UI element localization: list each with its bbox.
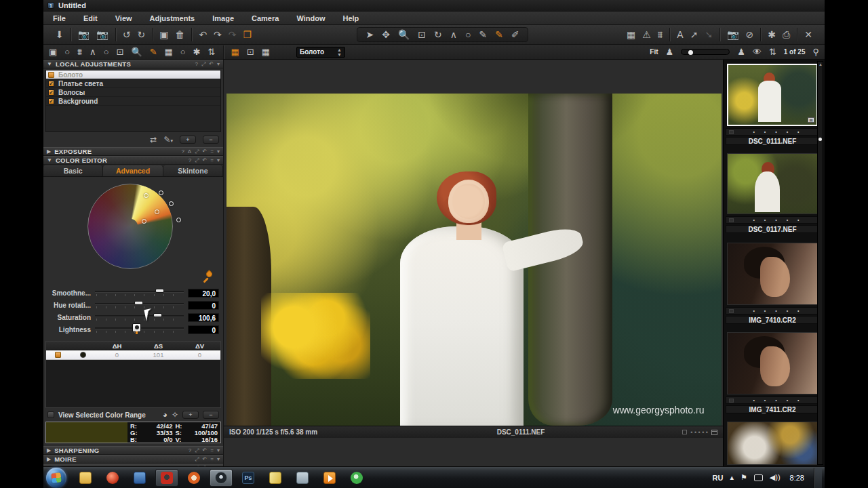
remove-layer-button[interactable]: − bbox=[203, 136, 219, 144]
print-icon[interactable]: ⎙ bbox=[783, 29, 790, 40]
no-process-icon[interactable]: ⊘ bbox=[746, 29, 754, 40]
thumbnail-next[interactable] bbox=[727, 422, 818, 465]
layer-checkbox[interactable]: ✓ bbox=[48, 81, 54, 87]
menu-adjustments[interactable]: Adjustments bbox=[150, 14, 195, 22]
smoothness-slider[interactable] bbox=[95, 288, 184, 298]
batch-tab-icon[interactable]: ⇅ bbox=[208, 47, 216, 57]
taskbar-capture-one[interactable] bbox=[210, 469, 233, 487]
panel-menu-icon[interactable]: ▾ bbox=[217, 148, 220, 155]
help-icon[interactable]: ? bbox=[189, 157, 191, 164]
export-icon[interactable]: ➚ bbox=[690, 29, 698, 40]
network-icon[interactable] bbox=[754, 474, 763, 481]
taskbar-app-gear[interactable] bbox=[182, 469, 205, 487]
action-center-icon[interactable]: ⚑ bbox=[741, 473, 747, 482]
straighten-tool-icon[interactable]: ∧ bbox=[450, 29, 457, 40]
saturation-slider[interactable] bbox=[95, 312, 184, 322]
library-tab-icon[interactable]: ▣ bbox=[49, 47, 57, 57]
erase-mask-tool-icon[interactable]: ✐ bbox=[511, 29, 519, 40]
taskbar-app-green[interactable] bbox=[345, 469, 368, 487]
taskbar-app-yellow[interactable] bbox=[264, 469, 287, 487]
layer-checkbox[interactable]: ✓ bbox=[48, 89, 54, 96]
folder-icon[interactable]: ▣ bbox=[159, 29, 168, 40]
lens-tab-icon[interactable]: ○ bbox=[104, 47, 109, 57]
auto-icon[interactable]: A bbox=[188, 148, 191, 155]
undo-icon[interactable]: ↶ bbox=[199, 29, 207, 40]
fit-button[interactable]: Fit bbox=[650, 48, 658, 56]
wheel-handle[interactable] bbox=[142, 219, 146, 224]
reset-icon[interactable]: ↶ bbox=[209, 61, 214, 68]
reset-icon[interactable]: ↶ bbox=[203, 157, 208, 164]
help-icon[interactable]: ? bbox=[189, 447, 191, 454]
exposure-tab-icon[interactable]: ∧ bbox=[90, 47, 96, 57]
rotate-cw-icon[interactable]: ↻ bbox=[137, 29, 145, 40]
exposure-header[interactable]: ▶ EXPOSURE ? A ⤢ ↶ = ▾ bbox=[43, 147, 223, 156]
layer-options-icon[interactable]: ⇄ bbox=[150, 135, 157, 144]
pick-range-icon[interactable]: ✧ bbox=[172, 410, 178, 420]
collapse-triangle-icon[interactable]: ▼ bbox=[47, 157, 52, 163]
smoothness-value[interactable]: 20,0 bbox=[188, 289, 219, 298]
trash-icon[interactable]: 🗑 bbox=[175, 29, 184, 40]
thumbnail-dsc0111[interactable]: ▤ bbox=[727, 64, 818, 126]
rating-bar[interactable]: • • • • • bbox=[726, 128, 819, 136]
scroll-up-icon[interactable]: ▲ bbox=[818, 62, 823, 66]
wheel-handle[interactable] bbox=[155, 209, 159, 214]
tools-icon[interactable]: ✕ bbox=[804, 29, 812, 40]
thumbnail-filename[interactable]: DSC_0117.NEF bbox=[726, 225, 819, 233]
help-icon[interactable]: ? bbox=[195, 61, 197, 68]
rotate-ccw-icon[interactable]: ↺ bbox=[123, 29, 131, 40]
slider-handle[interactable] bbox=[155, 289, 164, 293]
taskbar-explorer[interactable] bbox=[74, 469, 97, 487]
hue-rotation-slider[interactable] bbox=[95, 300, 184, 310]
thumbnail-filename[interactable]: IMG_7410.CR2 bbox=[726, 316, 819, 324]
rating-bar[interactable]: • • • • • bbox=[726, 307, 819, 314]
browser-scrollbar[interactable]: ▲ bbox=[817, 61, 823, 465]
lightness-value[interactable]: 0 bbox=[188, 325, 219, 334]
zoom-tool-icon[interactable]: 🔍 bbox=[398, 29, 410, 40]
camera-icon[interactable]: 📷 bbox=[727, 29, 738, 40]
thumbnail-filename[interactable]: IMG_7411.CR2 bbox=[726, 405, 819, 413]
annotation-icon[interactable]: A bbox=[677, 29, 683, 40]
taskbar-app-blue[interactable] bbox=[128, 469, 151, 487]
copy-adjustments-icon[interactable]: ❐ bbox=[243, 29, 252, 40]
details-tab-icon[interactable]: 🔍 bbox=[131, 47, 142, 57]
rating-bar[interactable]: • • • • • bbox=[726, 396, 819, 404]
add-layer-button[interactable]: + bbox=[180, 136, 196, 144]
reset-icon[interactable]: ↶ bbox=[203, 148, 208, 155]
wheel-handle[interactable] bbox=[159, 190, 163, 195]
spot-removal-tool-icon[interactable]: ○ bbox=[465, 29, 471, 40]
panel-menu-icon[interactable]: ▾ bbox=[217, 456, 220, 463]
show-desktop-button[interactable] bbox=[814, 468, 822, 488]
color-picker-icon[interactable] bbox=[203, 270, 214, 281]
thumbnail-img7410[interactable] bbox=[727, 243, 818, 305]
wheel-handle[interactable] bbox=[144, 193, 149, 198]
saturation-value[interactable]: 100,6 bbox=[188, 313, 219, 322]
panel-menu-icon[interactable]: ▾ bbox=[217, 447, 220, 454]
exposure-warning-icon[interactable]: ⚠ bbox=[642, 29, 651, 40]
thumbnail-dsc0117[interactable] bbox=[727, 153, 818, 214]
rotate-tool-icon[interactable]: ↻ bbox=[434, 29, 442, 40]
help-icon[interactable]: ? bbox=[181, 148, 184, 155]
metadata-tab-icon[interactable]: ▦ bbox=[165, 47, 173, 57]
menu-view[interactable]: View bbox=[115, 14, 132, 22]
menu-window[interactable]: Window bbox=[296, 14, 325, 22]
layer-row-boloto[interactable]: Болото bbox=[46, 70, 220, 79]
remove-range-button[interactable]: − bbox=[203, 411, 219, 419]
tab-advanced[interactable]: Advanced bbox=[103, 165, 163, 176]
menu-image[interactable]: Image bbox=[212, 14, 234, 22]
status-checkbox-icon[interactable] bbox=[682, 430, 687, 434]
taskbar-opera[interactable] bbox=[155, 469, 178, 487]
collapse-triangle-icon[interactable]: ▼ bbox=[47, 61, 52, 67]
lightness-slider[interactable] bbox=[95, 325, 184, 334]
expand-icon[interactable]: ⤢ bbox=[195, 148, 199, 155]
local-adjustments-tab-icon[interactable]: ✎ bbox=[150, 47, 157, 57]
rating-bar[interactable]: • • • • • bbox=[726, 216, 819, 224]
collapse-triangle-icon[interactable]: ▶ bbox=[47, 148, 51, 155]
color-editor-header[interactable]: ▼ COLOR EDITOR ? ⤢ ↶ = ▾ bbox=[43, 156, 223, 165]
menu-help[interactable]: Help bbox=[342, 14, 359, 22]
thumbnail-filename[interactable]: DSC_0111.NEF bbox=[726, 137, 819, 145]
tab-basic[interactable]: Basic bbox=[43, 165, 103, 176]
reset-icon[interactable]: ↶ bbox=[203, 447, 208, 454]
expand-icon[interactable]: ⤢ bbox=[195, 447, 199, 454]
tether-camera-icon[interactable]: 📷 bbox=[78, 29, 90, 40]
variant-selector[interactable]: Болото ▲▼ bbox=[296, 47, 345, 58]
